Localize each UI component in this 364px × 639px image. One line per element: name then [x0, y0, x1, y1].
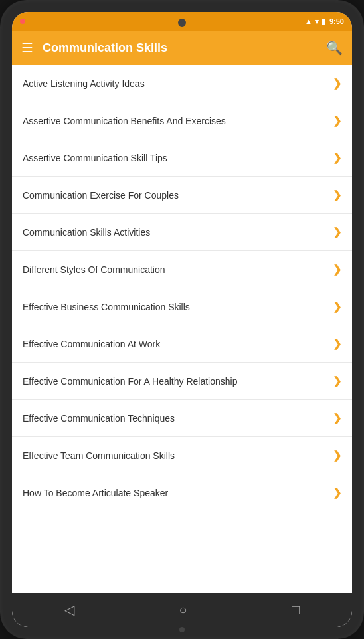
list-item[interactable]: Effective Communication Techniques❯ [12, 400, 352, 437]
recents-button[interactable]: □ [278, 597, 313, 623]
list-item[interactable]: Effective Business Communication Skills❯ [12, 288, 352, 325]
chevron-right-icon: ❯ [333, 300, 341, 313]
toolbar-left: ☰ Communication Skills [21, 41, 167, 55]
bottom-dot [179, 627, 185, 632]
time-display: 9:50 [329, 17, 344, 25]
chevron-right-icon: ❯ [333, 114, 341, 127]
list-item-label: Different Styles Of Communication [23, 264, 327, 275]
status-bar-right: ▲ ▾ ▮ 9:50 [305, 17, 344, 26]
battery-icon: ▮ [321, 17, 325, 26]
signal-icon: ▲ [305, 17, 312, 25]
list-item-label: Effective Communication Techniques [23, 413, 327, 424]
list-item[interactable]: Active Listening Activity Ideas❯ [12, 65, 352, 102]
chevron-right-icon: ❯ [333, 77, 341, 90]
chevron-right-icon: ❯ [333, 486, 341, 499]
list-item[interactable]: Communication Skills Activities❯ [12, 214, 352, 251]
list-item-label: Effective Team Communication Skills [23, 450, 327, 461]
menu-icon[interactable]: ☰ [21, 41, 33, 54]
list-item[interactable]: Different Styles Of Communication❯ [12, 251, 352, 288]
chevron-right-icon: ❯ [333, 226, 341, 238]
list-item[interactable]: How To Become Articulate Speaker❯ [12, 474, 352, 511]
list-item[interactable]: Assertive Communication Skill Tips❯ [12, 139, 352, 177]
chevron-right-icon: ❯ [333, 189, 341, 201]
wifi-icon: ▾ [315, 17, 319, 26]
status-dot [20, 19, 25, 24]
nav-bar: ◁ ○ □ [12, 593, 352, 627]
status-icons: ▲ ▾ ▮ [305, 17, 325, 26]
camera [178, 19, 186, 27]
list-item-label: Communication Exercise For Couples [23, 190, 327, 201]
chevron-right-icon: ❯ [333, 449, 341, 462]
list-item-label: Communication Skills Activities [23, 227, 327, 238]
list-item-label: How To Become Articulate Speaker [23, 488, 327, 498]
back-button[interactable]: ◁ [51, 596, 88, 623]
chevron-right-icon: ❯ [333, 375, 341, 387]
list-item-label: Effective Communication For A Healthy Re… [23, 376, 327, 387]
app-title: Communication Skills [43, 41, 167, 55]
chevron-right-icon: ❯ [333, 151, 341, 164]
chevron-right-icon: ❯ [333, 263, 341, 276]
list-item-label: Active Listening Activity Ideas [23, 78, 327, 89]
search-icon[interactable]: 🔍 [326, 40, 343, 56]
screen: ▲ ▾ ▮ 9:50 ☰ Communication Skills 🔍 Acti… [12, 12, 352, 627]
list-item-label: Assertive Communication Benefits And Exe… [23, 116, 327, 126]
chevron-right-icon: ❯ [333, 412, 341, 424]
list-item-label: Assertive Communication Skill Tips [23, 153, 327, 163]
list-item[interactable]: Effective Team Communication Skills❯ [12, 437, 352, 474]
list-item[interactable]: Effective Communication At Work❯ [12, 325, 352, 363]
list-item[interactable]: Communication Exercise For Couples❯ [12, 177, 352, 214]
list-item-label: Effective Business Communication Skills [23, 302, 327, 312]
device-frame: ▲ ▾ ▮ 9:50 ☰ Communication Skills 🔍 Acti… [0, 0, 364, 639]
list-container: Active Listening Activity Ideas❯Assertiv… [12, 65, 352, 593]
list-item[interactable]: Effective Communication For A Healthy Re… [12, 363, 352, 400]
status-bar-left [20, 19, 25, 24]
toolbar: ☰ Communication Skills 🔍 [12, 31, 352, 65]
home-button[interactable]: ○ [165, 597, 200, 623]
list-item-label: Effective Communication At Work [23, 339, 327, 349]
chevron-right-icon: ❯ [333, 337, 341, 350]
list-item[interactable]: Assertive Communication Benefits And Exe… [12, 102, 352, 139]
